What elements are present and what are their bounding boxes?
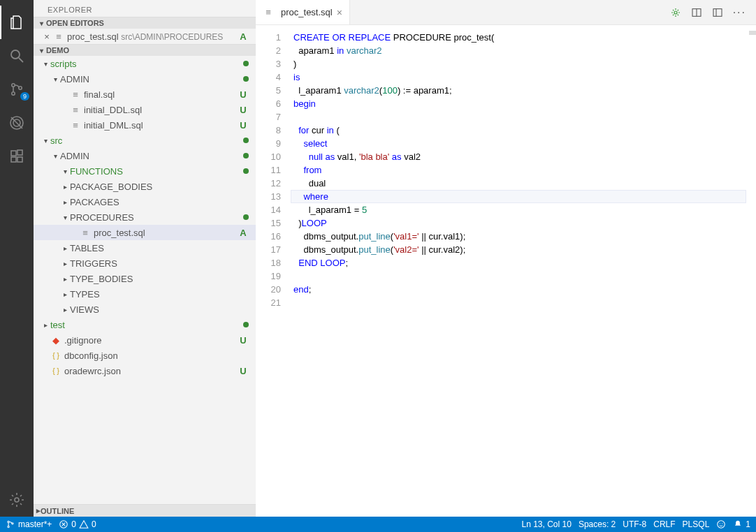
code-line[interactable]: is [291, 71, 746, 84]
extensions-icon[interactable] [0, 140, 34, 173]
tree-label: PROCEDURES [70, 212, 243, 223]
problems-status[interactable]: 0 0 [59, 519, 96, 529]
file-tree: ▾scripts▾ADMIN≡final.sqlU≡initial_DDL.sq… [34, 56, 256, 504]
code-line[interactable]: )LOOP [291, 216, 746, 230]
svg-point-13 [674, 11, 677, 14]
code-line[interactable]: dbms_output.put_line('val1=' || cur.val1… [291, 230, 746, 243]
tree-folder[interactable]: ▾FUNCTIONS [34, 163, 256, 179]
tree-file[interactable]: { }oradewrc.jsonU [34, 363, 256, 378]
tree-folder[interactable]: ▾ADMIN [34, 71, 256, 87]
code-line[interactable]: ) [291, 57, 746, 71]
tree-file[interactable]: ≡initial_DML.sqlU [34, 117, 256, 133]
tab-label: proc_test.sql [281, 7, 333, 17]
chevron-right-icon: ▸ [60, 290, 70, 298]
code-line[interactable]: aparam1 in varchar2 [291, 44, 746, 57]
code-line[interactable]: CREATE OR REPLACE PROCEDURE proc_test( [291, 31, 746, 44]
split-editor-icon[interactable] [691, 7, 702, 18]
tree-folder[interactable]: ▾ADMIN [34, 148, 256, 163]
git-status-badge: U [238, 120, 249, 131]
git-status-badge: U [238, 89, 249, 100]
file-icon: ≡ [70, 120, 81, 131]
tree-file[interactable]: ≡proc_test.sqlA [34, 225, 256, 240]
tree-file[interactable]: ≡final.sqlU [34, 87, 256, 102]
tree-folder[interactable]: ▸TYPES [34, 286, 256, 302]
tree-folder[interactable]: ▾scripts [34, 56, 256, 71]
tree-label: TYPE_BODIES [70, 274, 249, 284]
code-line[interactable]: begin [291, 97, 746, 110]
layout-icon[interactable] [712, 7, 723, 18]
code-editor[interactable]: 123456789101112131415161718192021 CREATE… [256, 25, 756, 517]
settings-gear-icon[interactable] [0, 483, 34, 517]
workspace-header[interactable]: ▾ DEMO [34, 44, 256, 56]
tree-folder[interactable]: ▸PACKAGES [34, 194, 256, 209]
tree-label: PACKAGE_BODIES [70, 182, 249, 192]
tree-folder[interactable]: ▾src [34, 133, 256, 148]
git-status-badge: U [238, 335, 249, 346]
tree-folder[interactable]: ▸TYPE_BODIES [34, 271, 256, 286]
encoding-status[interactable]: UTF-8 [623, 519, 646, 529]
tree-folder[interactable]: ▸PACKAGE_BODIES [34, 179, 256, 194]
notifications-icon[interactable]: 1 [733, 519, 750, 529]
tree-folder[interactable]: ▸test [34, 317, 256, 332]
tree-folder[interactable]: ▸VIEWS [34, 302, 256, 317]
open-editors-header[interactable]: ▾ OPEN EDITORS [34, 17, 256, 29]
debug-icon[interactable] [0, 106, 34, 140]
tree-folder[interactable]: ▸TRIGGERS [34, 256, 256, 271]
indentation-status[interactable]: Spaces: 2 [579, 519, 616, 529]
tree-label: dbconfig.json [64, 350, 249, 361]
source-control-icon[interactable]: 9 [0, 73, 34, 106]
git-branch-status[interactable]: master*+ [6, 519, 52, 529]
code-line[interactable] [291, 110, 746, 124]
explorer-icon[interactable] [0, 6, 34, 39]
code-line[interactable]: for cur in ( [291, 124, 746, 137]
tree-label: scripts [50, 59, 243, 69]
tree-label: TYPES [70, 289, 249, 300]
language-mode[interactable]: PLSQL [683, 519, 710, 529]
code-line[interactable]: null as val1, 'bla bla' as val2 [291, 150, 746, 163]
code-line[interactable]: dbms_output.put_line('val2=' || cur.val2… [291, 243, 746, 256]
code-line[interactable]: END LOOP; [291, 256, 746, 269]
feedback-icon[interactable] [716, 519, 726, 529]
tree-folder[interactable]: ▾PROCEDURES [34, 209, 256, 225]
git-status-badge: A [238, 31, 249, 42]
json-icon: { } [50, 367, 61, 375]
chevron-right-icon: ▸ [60, 306, 70, 313]
code-content[interactable]: CREATE OR REPLACE PROCEDURE proc_test( a… [291, 25, 746, 517]
code-line[interactable]: l_aparam1 = 5 [291, 203, 746, 216]
svg-point-25 [720, 523, 720, 524]
code-line[interactable]: end; [291, 283, 746, 296]
outline-header[interactable]: ▸ OUTLINE [34, 504, 256, 517]
eol-status[interactable]: CRLF [653, 519, 675, 529]
code-line[interactable]: dual [291, 177, 746, 190]
editor-scrollbar[interactable] [746, 25, 756, 517]
cursor-position[interactable]: Ln 13, Col 10 [522, 519, 572, 529]
code-line[interactable]: from [291, 163, 746, 177]
tree-file[interactable]: ◆.gitignoreU [34, 332, 256, 348]
activity-bar: 9 [0, 0, 34, 517]
search-icon[interactable] [0, 39, 34, 73]
run-settings-icon[interactable] [670, 7, 681, 18]
open-editor-item[interactable]: × ≡ proc_test.sql src\ADMIN\PROCEDURES A [34, 29, 256, 44]
code-line[interactable] [291, 269, 746, 283]
editor-tabs: ≡ proc_test.sql × ··· [256, 0, 756, 25]
chevron-right-icon: ▸ [60, 198, 70, 206]
tree-label: TABLES [70, 243, 249, 253]
tree-label: initial_DDL.sql [84, 105, 238, 115]
code-line[interactable]: where [291, 190, 746, 203]
code-line[interactable] [291, 296, 746, 309]
tree-label: ADMIN [60, 74, 243, 84]
close-icon[interactable]: × [41, 31, 53, 42]
file-icon: ≡ [53, 31, 64, 42]
close-icon[interactable]: × [337, 7, 342, 18]
svg-point-12 [15, 498, 19, 502]
editor-tab[interactable]: ≡ proc_test.sql × [256, 0, 350, 24]
tree-label: FUNCTIONS [70, 166, 243, 177]
chevron-down-icon: ▾ [41, 137, 50, 145]
tree-folder[interactable]: ▸TABLES [34, 240, 256, 256]
tree-file[interactable]: ≡initial_DDL.sqlU [34, 102, 256, 117]
code-line[interactable]: l_aparam1 varchar2(100) := aparam1; [291, 84, 746, 97]
code-line[interactable]: select [291, 137, 746, 150]
more-icon[interactable]: ··· [733, 6, 746, 19]
tree-file[interactable]: { }dbconfig.json [34, 348, 256, 363]
tree-label: oradewrc.json [64, 366, 238, 376]
